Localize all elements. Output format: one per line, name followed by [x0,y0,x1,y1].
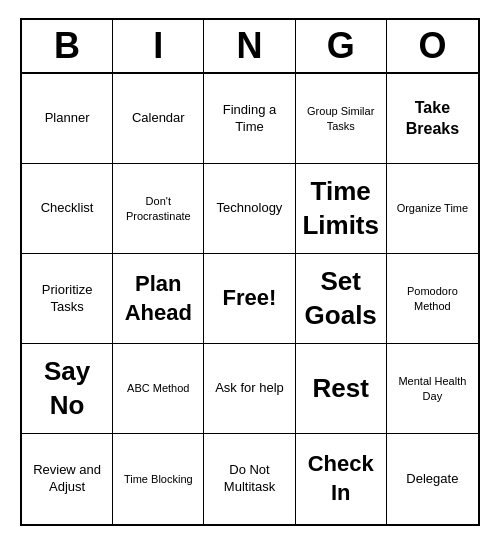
bingo-cell-0: Planner [22,74,113,164]
bingo-cell-4: Take Breaks [387,74,478,164]
bingo-header: BINGO [22,20,478,74]
bingo-cell-19: Mental Health Day [387,344,478,434]
bingo-cell-24: Delegate [387,434,478,524]
bingo-grid: PlannerCalendarFinding a TimeGroup Simil… [22,74,478,524]
bingo-cell-22: Do Not Multitask [204,434,295,524]
bingo-cell-3: Group Similar Tasks [296,74,387,164]
bingo-card: BINGO PlannerCalendarFinding a TimeGroup… [20,18,480,526]
bingo-cell-6: Don't Procrastinate [113,164,204,254]
header-letter: O [387,20,478,72]
bingo-cell-20: Review and Adjust [22,434,113,524]
bingo-cell-8: Time Limits [296,164,387,254]
bingo-cell-15: Say No [22,344,113,434]
bingo-cell-1: Calendar [113,74,204,164]
bingo-cell-9: Organize Time [387,164,478,254]
bingo-cell-14: Pomodoro Method [387,254,478,344]
bingo-cell-18: Rest [296,344,387,434]
bingo-cell-12: Free! [204,254,295,344]
bingo-cell-2: Finding a Time [204,74,295,164]
header-letter: B [22,20,113,72]
header-letter: G [296,20,387,72]
header-letter: I [113,20,204,72]
bingo-cell-17: Ask for help [204,344,295,434]
bingo-cell-7: Technology [204,164,295,254]
header-letter: N [204,20,295,72]
bingo-cell-23: Check In [296,434,387,524]
bingo-cell-16: ABC Method [113,344,204,434]
bingo-cell-21: Time Blocking [113,434,204,524]
bingo-cell-5: Checklist [22,164,113,254]
bingo-cell-13: Set Goals [296,254,387,344]
bingo-cell-10: Prioritize Tasks [22,254,113,344]
bingo-cell-11: Plan Ahead [113,254,204,344]
